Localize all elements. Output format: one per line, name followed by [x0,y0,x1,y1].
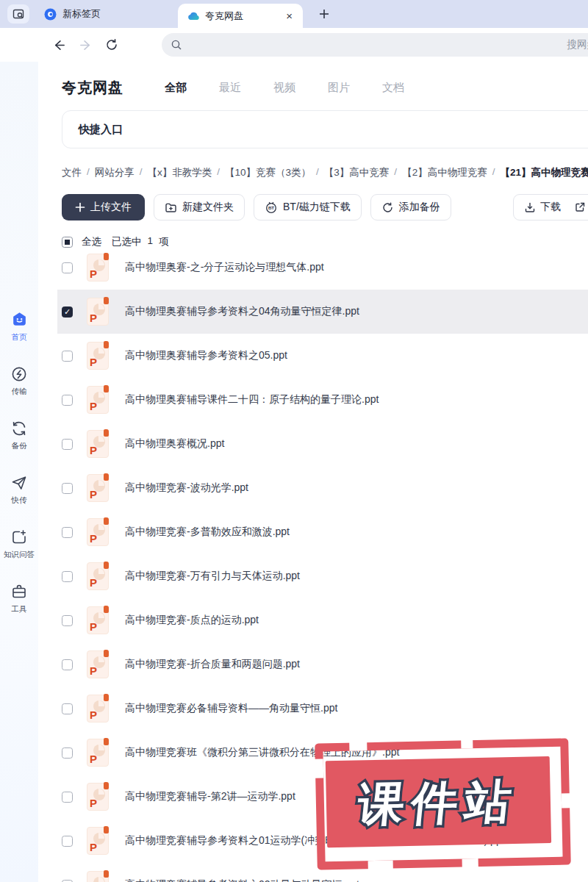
file-row[interactable]: P 高中物理竞赛-波动光学.ppt [57,466,588,510]
share-button[interactable]: 分享 [574,201,588,214]
file-name[interactable]: 高中物理竞赛-质点的运动.ppt [125,614,259,627]
ppt-letter: P [90,753,97,765]
file-checkbox[interactable] [62,306,73,318]
file-row[interactable]: P 高中物理竞赛辅导参考资料之01运动学(冲突时的文件备份2014-01-13-… [57,819,588,863]
file-name[interactable]: 高中物理奥赛-之-分子运动论与理想气体.ppt [125,261,324,274]
ppt-letter: P [90,488,97,501]
breadcrumb-item[interactable]: 【x】非教学类 / [148,166,220,179]
file-name[interactable]: 高中物理竞赛必备辅导资料——角动量守恒.ppt [125,702,337,715]
ppt-fold-corner [104,782,109,789]
tab-videos[interactable]: 视频 [273,81,295,95]
browser-tab-newtab[interactable]: 新标签页 [37,0,147,28]
file-checkbox[interactable] [62,747,73,759]
file-checkbox[interactable] [62,792,73,803]
file-name[interactable]: 高中物理奥赛辅导课件二十四：原子结构的量子理论.ppt [125,393,379,406]
tab-images[interactable]: 图片 [328,81,350,95]
transfer-icon [10,365,29,383]
file-checkbox[interactable] [62,527,73,538]
file-checkbox[interactable] [62,483,73,494]
ppt-file-icon: P [87,739,109,767]
forward-button[interactable] [78,37,93,52]
sidebar-item-transfer[interactable]: 传输 [10,365,29,397]
quick-entry-card[interactable]: 快捷入口 [62,110,588,148]
new-tab-button[interactable] [315,4,334,24]
select-all-label[interactable]: 全选 [82,235,101,248]
breadcrumb-item[interactable]: 【21】高中物理竞赛 / [500,166,588,179]
file-checkbox[interactable] [62,262,73,273]
browser-toolbar: 搜网盘 [0,28,588,62]
file-row[interactable]: P 高中物理竞赛辅导参考资料之02动量与动量守恒.ppt [57,863,588,882]
tab-all[interactable]: 全部 [165,81,187,95]
breadcrumb-item[interactable]: 【2】高中物理竞赛 / [402,166,495,179]
file-checkbox[interactable] [62,615,73,626]
download-button[interactable]: 下载 [524,201,561,214]
share-icon [574,201,586,213]
breadcrumb-separator: / [394,166,397,179]
ppt-fold-corner [104,517,109,525]
tab-recent[interactable]: 最近 [219,81,241,95]
breadcrumb-item[interactable]: 【10】竞赛（3类） / [225,166,319,179]
file-row[interactable]: P 高中物理竞赛-多普勒效应和激波.ppt [57,510,588,554]
bt-magnet-download-button[interactable]: BT BT/磁力链下载 [254,194,362,220]
file-row[interactable]: P 高中物理竞赛班《微积分第三讲微积分在物理上的应用》.ppt [57,731,588,775]
file-checkbox[interactable] [62,351,73,362]
sidebar: 首页 传输 [0,62,38,882]
file-checkbox[interactable] [62,659,73,670]
file-name[interactable]: 高中物理奥赛辅导参考资料之04角动量守恒定律.ppt [125,305,359,318]
reload-button[interactable] [104,37,119,52]
file-name[interactable]: 高中物理竞赛辅导-第2讲—运动学.ppt [125,790,295,803]
breadcrumb-item[interactable]: 文件 / [62,166,90,179]
file-row[interactable]: P 高中物理竞赛必备辅导资料——角动量守恒.ppt [57,686,588,731]
file-name[interactable]: 高中物理竞赛班《微积分第三讲微积分在物理上的应用》.ppt [125,746,399,759]
back-button[interactable] [51,37,66,52]
file-row[interactable]: P 高中物理奥赛辅导参考资料之04角动量守恒定律.ppt [57,290,588,334]
sidebar-item-tools[interactable]: 工具 [10,582,29,614]
file-name[interactable]: 高中物理竞赛-万有引力与天体运动.ppt [125,570,300,583]
file-checkbox[interactable] [62,571,73,582]
tab-title: 夸克网盘 [205,10,279,23]
ppt-fold-corner [104,694,109,701]
sidebar-item-backup[interactable]: 备份 [10,419,29,451]
file-row[interactable]: P 高中物理竞赛辅导-第2讲—运动学.ppt [57,775,588,819]
ppt-file-icon: P [87,430,109,458]
file-checkbox[interactable] [62,880,73,882]
new-folder-label: 新建文件夹 [182,201,234,214]
file-row[interactable]: P 高中物理奥赛辅导参考资料之05.ppt [57,334,588,378]
file-checkbox[interactable] [62,395,73,406]
breadcrumb-separator: / [140,166,143,179]
file-name[interactable]: 高中物理竞赛-波动光学.ppt [125,481,248,495]
tab-close-icon[interactable]: × [284,9,294,23]
file-row[interactable]: P 高中物理奥赛概况.ppt [57,422,588,466]
tab-search-button[interactable] [7,4,29,24]
file-row[interactable]: P 高中物理竞赛-万有引力与天体运动.ppt [57,554,588,598]
folder-plus-icon [165,201,177,214]
add-backup-button[interactable]: 添加备份 [370,194,451,220]
ppt-letter: P [90,532,97,545]
new-folder-button[interactable]: 新建文件夹 [154,194,245,220]
file-row[interactable]: P 高中物理竞赛-折合质量和两题问题.ppt [57,642,588,686]
file-checkbox[interactable] [62,703,73,714]
omnibox-search-input[interactable]: 搜网盘 [162,33,588,57]
file-row[interactable]: P 高中物理奥赛辅导课件二十四：原子结构的量子理论.ppt [57,378,588,422]
file-checkbox[interactable] [62,439,73,450]
file-name[interactable]: 高中物理竞赛辅导参考资料之01运动学(冲突时的文件备份2014-01-13-22… [125,834,505,847]
file-checkbox[interactable] [62,836,73,847]
tab-docs[interactable]: 文档 [382,81,404,95]
file-name[interactable]: 高中物理奥赛概况.ppt [125,437,224,451]
browser-tab-quark-drive[interactable]: 夸克网盘 × [178,4,303,28]
file-row[interactable]: P 高中物理竞赛-质点的运动.ppt [57,598,588,642]
breadcrumb-item[interactable]: 网站分享 / [95,166,143,179]
sidebar-item-home[interactable]: 首页 [10,310,29,343]
file-name[interactable]: 高中物理奥赛辅导参考资料之05.ppt [125,349,287,362]
file-name[interactable]: 高中物理竞赛-多普勒效应和激波.ppt [125,526,290,539]
file-name[interactable]: 高中物理竞赛辅导参考资料之02动量与动量守恒.ppt [125,878,359,882]
select-all-checkbox[interactable] [62,237,73,248]
bt-icon: BT [265,201,278,214]
sidebar-item-knowledge-qa[interactable]: 知识问答 [4,528,35,560]
upload-file-button[interactable]: 上传文件 [62,194,145,220]
file-name[interactable]: 高中物理竞赛-折合质量和两题问题.ppt [125,658,300,671]
file-row[interactable]: P 高中物理奥赛-之-分子运动论与理想气体.ppt [57,245,588,290]
sidebar-item-quick-send[interactable]: 快传 [10,473,29,506]
breadcrumb-item[interactable]: 【3】高中竞赛 / [324,166,397,179]
download-icon [524,201,536,213]
